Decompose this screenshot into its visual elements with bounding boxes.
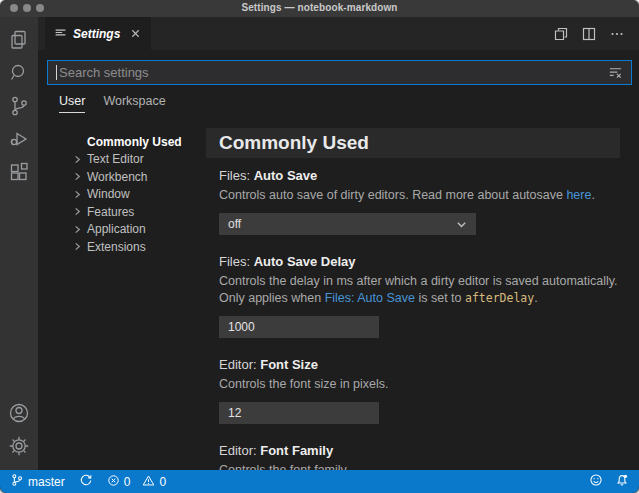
editor-tab-bar: Settings — [38, 17, 639, 50]
more-actions-icon[interactable] — [607, 24, 627, 44]
auto-save-delay-input[interactable] — [219, 316, 379, 338]
title-bar: Settings — notebook-markdown — [0, 0, 639, 17]
chevron-right-icon — [73, 242, 87, 251]
setting-description: Controls the font size in pixels. — [219, 376, 619, 393]
settings-scope-tabs: User Workspace — [59, 94, 166, 113]
activity-source-control-button[interactable] — [0, 91, 38, 124]
settings-tree: Commonly Used Text Editor Workbench — [38, 128, 206, 470]
text-caret — [56, 65, 57, 80]
search-placeholder: Search settings — [59, 65, 608, 80]
chevron-down-icon — [456, 219, 467, 230]
tree-item-application[interactable]: Application — [73, 221, 206, 239]
screen: Settings — notebook-markdown — [0, 0, 639, 493]
autosave-docs-link[interactable]: here — [566, 188, 591, 202]
tree-item-extensions[interactable]: Extensions — [73, 238, 206, 256]
activity-extensions-button[interactable] — [0, 157, 38, 190]
section-heading: Commonly Used — [206, 128, 620, 158]
vscode-window: Settings — notebook-markdown — [0, 0, 639, 493]
sync-button[interactable] — [79, 470, 93, 493]
setting-title: Editor: Font Family — [219, 443, 620, 458]
clear-settings-search-icon[interactable] — [608, 65, 623, 80]
run-debug-icon — [7, 127, 31, 155]
tab-workspace[interactable]: Workspace — [103, 94, 165, 113]
activity-run-debug-button[interactable] — [0, 124, 38, 157]
settings-editor: Search settings User Workspace — [38, 50, 639, 470]
branch-icon — [10, 473, 24, 490]
tree-item-text-editor[interactable]: Text Editor — [73, 151, 206, 169]
tab-label: Settings — [73, 27, 120, 41]
setting-description: Controls auto save of dirty editors. Rea… — [219, 187, 619, 204]
setting-title: Files: Auto Save — [219, 168, 620, 183]
activity-explorer-button[interactable] — [0, 25, 38, 58]
setting-description: Controls the font family. — [219, 462, 619, 470]
search-icon — [7, 61, 31, 89]
font-size-input[interactable] — [219, 402, 379, 424]
chevron-right-icon — [73, 155, 87, 164]
branch-name: master — [28, 475, 65, 489]
extensions-icon — [7, 160, 31, 188]
settings-list: Commonly Used Files: Auto Save Controls … — [206, 128, 639, 470]
problems-indicator[interactable]: 0 0 — [107, 470, 166, 493]
setting-editor-font-family: Editor: Font Family Controls the font fa… — [206, 443, 620, 470]
activity-bar — [0, 17, 38, 470]
errors-icon — [107, 474, 120, 490]
activity-search-button[interactable] — [0, 58, 38, 91]
settings-search-input[interactable]: Search settings — [47, 60, 632, 85]
warnings-icon — [142, 474, 155, 490]
tree-item-commonly-used[interactable]: Commonly Used — [73, 133, 206, 151]
setting-title: Editor: Font Size — [219, 357, 620, 372]
settings-gear-icon — [7, 434, 31, 462]
branch-indicator[interactable]: master — [10, 470, 65, 493]
error-count: 0 — [124, 475, 131, 489]
status-bar: master 0 0 — [0, 470, 639, 493]
accounts-icon — [7, 401, 31, 429]
settings-tune-icon — [54, 25, 67, 43]
open-settings-json-icon[interactable] — [551, 24, 571, 44]
feedback-smiley-icon — [589, 473, 603, 490]
files-auto-save-link[interactable]: Files: Auto Save — [325, 291, 415, 305]
tree-item-features[interactable]: Features — [73, 203, 206, 221]
chevron-right-icon — [73, 225, 87, 234]
code-afterdelay: afterDelay — [465, 291, 534, 305]
notifications-button[interactable] — [615, 473, 629, 490]
auto-save-select[interactable]: off — [219, 213, 476, 235]
setting-editor-font-size: Editor: Font Size Controls the font size… — [206, 357, 620, 424]
split-editor-icon[interactable] — [579, 24, 599, 44]
tree-item-window[interactable]: Window — [73, 186, 206, 204]
window-title: Settings — notebook-markdown — [0, 2, 639, 13]
chevron-right-icon — [73, 190, 87, 199]
feedback-button[interactable] — [589, 473, 603, 490]
tab-user[interactable]: User — [59, 94, 85, 113]
sync-icon — [79, 473, 93, 490]
tab-settings[interactable]: Settings — [45, 17, 152, 50]
activity-accounts-button[interactable] — [0, 398, 38, 431]
explorer-icon — [7, 28, 31, 56]
chevron-right-icon — [73, 172, 87, 181]
warning-count: 0 — [159, 475, 166, 489]
tree-item-workbench[interactable]: Workbench — [73, 168, 206, 186]
setting-files-auto-save: Files: Auto Save Controls auto save of d… — [206, 168, 620, 235]
setting-description: Controls the delay in ms after which a d… — [219, 273, 619, 307]
source-control-icon — [7, 94, 31, 122]
chevron-right-icon — [73, 207, 87, 216]
activity-settings-button[interactable] — [0, 431, 38, 464]
notifications-bell-icon — [615, 473, 629, 490]
close-tab-icon[interactable] — [130, 28, 141, 39]
setting-title: Files: Auto Save Delay — [219, 254, 620, 269]
editor-actions — [551, 17, 639, 50]
setting-files-auto-save-delay: Files: Auto Save Delay Controls the dela… — [206, 254, 620, 338]
